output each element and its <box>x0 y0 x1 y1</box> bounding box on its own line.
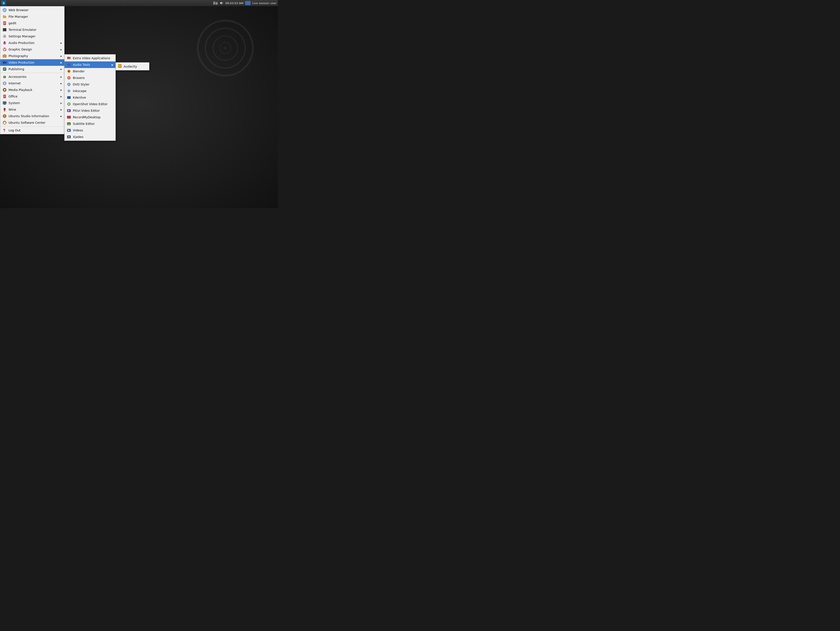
video-submenu-item-videos[interactable]: Videos <box>65 127 115 134</box>
video-submenu-item-blender[interactable]: Blender <box>65 68 115 74</box>
video-submenu-item-openshot-video-editor[interactable]: OpenShot Video Editor <box>65 101 115 107</box>
taskbar-right: 09:03:03 AM Live session user <box>213 1 276 5</box>
menu-item-accessories[interactable]: Accessories▶ <box>0 73 64 80</box>
menu-label-file-manager: File Manager <box>8 15 28 18</box>
menu-icon-video-production <box>2 60 7 65</box>
menu-label-system: System <box>8 101 20 105</box>
video-submenu-label-extra-video-apps: Extra Video Applications <box>73 57 110 60</box>
svg-marker-58 <box>70 57 71 59</box>
menu-item-ubuntu-studio-info[interactable]: iUbuntu Studio Information▶ <box>0 113 64 119</box>
svg-rect-29 <box>4 54 5 55</box>
menu-icon-media-playback <box>2 88 7 92</box>
menu-item-system[interactable]: System▶ <box>0 100 64 106</box>
menu-item-web-browser[interactable]: Web Browser <box>0 7 64 13</box>
menu-item-ubuntu-software-center[interactable]: Ubuntu Software Center <box>0 119 64 126</box>
video-submenu-icon-openshot-video-editor <box>67 102 71 106</box>
svg-rect-48 <box>3 101 6 104</box>
video-submenu-item-kdenlive[interactable]: Kdenlive <box>65 94 115 101</box>
svg-rect-70 <box>67 96 71 99</box>
menu-item-media-playback[interactable]: Media Playback▶ <box>0 87 64 93</box>
menu-item-wine[interactable]: Wine▶ <box>0 106 64 113</box>
menu-icon-web-browser <box>2 8 7 12</box>
svg-text:i: i <box>4 115 5 118</box>
menu-label-log-out: Log Out <box>8 129 21 132</box>
video-submenu-item-audio-tools[interactable]: Audio Tools▶ <box>65 62 115 68</box>
menu-icon-ubuntu-studio-info: i <box>2 114 7 118</box>
taskbar-workspace-switcher[interactable] <box>245 1 251 5</box>
svg-point-26 <box>3 50 4 51</box>
video-submenu-item-xjadeo[interactable]: Xjadeo <box>65 134 115 140</box>
video-submenu-icon-blender <box>67 69 71 73</box>
taskbar-app-icon[interactable]: ★ <box>1 1 6 5</box>
menu-label-publishing: Publishing <box>8 67 24 71</box>
menu-arrow-photography: ▶ <box>60 55 62 57</box>
svg-rect-50 <box>3 104 6 105</box>
menu-icon-audio-production <box>2 41 7 45</box>
volume-icon[interactable] <box>219 1 224 5</box>
menu-label-internet: Internet <box>8 82 21 85</box>
menu-arrow-graphic-design: ▶ <box>60 48 62 51</box>
video-submenu-item-pitivi-video-editor[interactable]: Pitivi Video Editor <box>65 107 115 114</box>
menu-icon-internet <box>2 81 7 85</box>
svg-text:★: ★ <box>3 2 5 5</box>
menu-item-audio-production[interactable]: Audio Production▶ <box>0 39 64 46</box>
menu-icon-graphic-design <box>2 47 7 52</box>
svg-rect-30 <box>3 62 5 64</box>
menu-item-photography[interactable]: Photography▶ <box>0 53 64 59</box>
svg-point-69 <box>68 90 69 91</box>
menu-item-log-out[interactable]: Log Out <box>0 127 64 134</box>
audio-tools-submenu: Audacity <box>115 62 149 70</box>
menu-label-audio-production: Audio Production <box>8 41 35 44</box>
svg-point-4 <box>224 47 226 49</box>
menu-arrow-audio-production: ▶ <box>60 42 62 44</box>
video-submenu-item-recordmydesktop[interactable]: RecordMyDesktop <box>65 114 115 120</box>
menu-item-gedit[interactable]: gedit <box>0 20 64 27</box>
menu-item-file-manager[interactable]: File Manager <box>0 13 64 20</box>
video-submenu-label-xjadeo: Xjadeo <box>73 135 83 139</box>
svg-text:>_: >_ <box>3 29 6 31</box>
menu-item-graphic-design[interactable]: Graphic Design▶ <box>0 46 64 53</box>
menu-item-terminal-emulator[interactable]: >_Terminal Emulator <box>0 27 64 33</box>
video-submenu-label-kdenlive: Kdenlive <box>73 96 86 99</box>
menu-icon-wine <box>2 107 7 112</box>
taskbar-clock: 09:03:03 AM <box>225 2 243 5</box>
menu-item-office[interactable]: Office▶ <box>0 93 64 100</box>
menu-icon-system <box>2 101 7 105</box>
menu-icon-log-out <box>2 128 7 133</box>
video-production-submenu: Extra Video ApplicationsAudio Tools▶Blen… <box>64 54 116 141</box>
video-submenu-item-extra-video-apps[interactable]: Extra Video Applications <box>65 55 115 62</box>
video-submenu-label-recordmydesktop: RecordMyDesktop <box>73 115 100 119</box>
menu-label-wine: Wine <box>8 108 16 111</box>
video-submenu-icon-kdenlive <box>67 95 71 100</box>
video-submenu-item-brasero[interactable]: Brasero <box>65 74 115 81</box>
svg-marker-9 <box>220 2 222 5</box>
svg-point-20 <box>4 36 5 37</box>
menu-label-graphic-design: Graphic Design <box>8 48 32 51</box>
video-submenu-icon-videos <box>67 128 71 133</box>
video-submenu-icon-extra-video-apps <box>67 56 71 60</box>
svg-point-38 <box>4 77 5 77</box>
svg-rect-7 <box>213 2 215 5</box>
video-submenu-label-videos: Videos <box>73 129 83 132</box>
video-submenu-item-subtitle-editor[interactable]: Subtitle Editor <box>65 120 115 127</box>
menu-item-internet[interactable]: Internet▶ <box>0 80 64 87</box>
menu-item-video-production[interactable]: Video Production▶ <box>0 59 64 66</box>
video-submenu-label-openshot-video-editor: OpenShot Video Editor <box>73 103 107 106</box>
desktop: ★ 09:03:03 AM Live session user Web Brow… <box>0 0 278 208</box>
svg-point-24 <box>4 48 5 49</box>
menu-arrow-publishing: ▶ <box>60 68 62 70</box>
svg-rect-37 <box>4 76 5 77</box>
video-submenu-label-subtitle-editor: Subtitle Editor <box>73 122 95 126</box>
menu-item-settings-manager[interactable]: Settings Manager <box>0 33 64 39</box>
video-submenu-item-inkscape[interactable]: Inkscape <box>65 88 115 94</box>
menu-item-publishing[interactable]: Publishing▶ <box>0 66 64 73</box>
menu-icon-gedit <box>2 21 7 25</box>
svg-rect-8 <box>215 2 218 5</box>
menu-icon-terminal-emulator: >_ <box>2 28 7 32</box>
video-submenu-icon-inkscape <box>67 89 71 93</box>
video-submenu-item-dvd-styler[interactable]: DVD Styler <box>65 81 115 88</box>
audio-submenu-item-audacity[interactable]: Audacity <box>116 63 149 70</box>
video-submenu-label-pitivi-video-editor: Pitivi Video Editor <box>73 109 100 112</box>
menu-icon-settings-manager <box>2 34 7 38</box>
svg-rect-57 <box>67 57 70 59</box>
